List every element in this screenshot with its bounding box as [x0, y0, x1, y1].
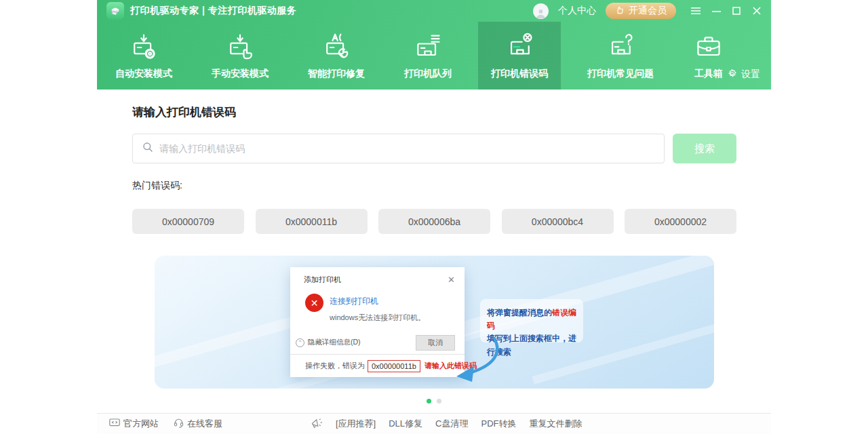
online-support-link[interactable]: 在线客服 — [174, 418, 222, 430]
sample-error-dialog: 添加打印机 ✕ ✕ 连接到打印机 windows无法连接到打印机。 ⌃ 隐藏详细… — [290, 267, 465, 377]
tab-label: 打印机常见问题 — [587, 68, 654, 80]
gear-icon — [727, 68, 737, 81]
failure-text: 操作失败，错误为 — [305, 361, 365, 371]
vip-button-label: 开通会员 — [629, 5, 667, 17]
hot-codes-label: 热门错误码: — [132, 180, 182, 192]
footer-link-label: 在线客服 — [187, 418, 222, 430]
tab-printer-error-codes[interactable]: 打印机错误码 — [478, 22, 561, 90]
tab-label: 手动安装模式 — [212, 68, 269, 80]
settings-button[interactable]: 设置 — [727, 68, 760, 81]
tab-manual-install[interactable]: 手动安装模式 — [199, 22, 281, 90]
search-input[interactable] — [159, 143, 654, 154]
hot-code-button[interactable]: 0x00000709 — [132, 209, 244, 234]
footer: 官方网站 在线客服 [应用推荐] DLL修复 C盘清理 PDF转换 重复文件删除 — [97, 413, 771, 434]
app-logo-icon — [106, 2, 124, 20]
dialog-title: 添加打印机 — [304, 275, 341, 285]
promo-link-cdrive-clean[interactable]: C盘清理 — [435, 418, 468, 430]
tab-printer-queue[interactable]: 打印机队列 — [391, 22, 465, 90]
printer-ai-wrench-icon — [321, 32, 352, 63]
page-title: 请输入打印机错误码 — [132, 104, 236, 120]
hot-code-button[interactable]: 0x0000011b — [256, 209, 368, 234]
official-website-link[interactable]: 官方网站 — [109, 418, 159, 430]
curved-arrow-icon — [451, 336, 508, 384]
toolbox-icon — [693, 32, 724, 63]
main-nav: 自动安装模式 手动安装模式 智能打印修复 打印机队列 — [97, 22, 771, 90]
callout-line1: 将弹窗提醒消息的 — [487, 308, 552, 317]
dialog-close-icon: ✕ — [448, 275, 455, 284]
thumb-up-icon — [615, 5, 625, 17]
hot-code-button[interactable]: 0x00000bc4 — [502, 209, 614, 234]
promo-link-app-recommend[interactable]: [应用推荐] — [336, 418, 376, 430]
app-window: 打印机驱动专家 | 专注打印机驱动服务 个人中心 开通会员 — [97, 0, 771, 434]
settings-label: 设置 — [741, 68, 760, 81]
dialog-error-message: windows无法连接到打印机。 — [330, 313, 425, 323]
dialog-error-title: 连接到打印机 — [330, 296, 425, 307]
footer-link-label: 官方网站 — [123, 418, 159, 430]
tab-label: 打印机错误码 — [491, 68, 548, 80]
carousel-dots — [97, 399, 771, 403]
chevron-up-icon: ⌃ — [296, 338, 304, 347]
tab-label: 智能打印修复 — [308, 68, 365, 80]
tab-smart-repair[interactable]: 智能打印修复 — [295, 22, 378, 90]
header: 打印机驱动专家 | 专注打印机驱动服务 个人中心 开通会员 — [97, 0, 771, 90]
promo-link-pdf-convert[interactable]: PDF转换 — [481, 418, 516, 430]
printer-download-hand-icon — [224, 32, 256, 63]
highlighted-error-code: 0x00000011b — [368, 360, 420, 372]
app-title: 打印机驱动专家 | 专注打印机驱动服务 — [130, 5, 296, 17]
website-icon — [109, 418, 120, 430]
printer-error-icon — [504, 32, 535, 63]
cancel-button: 取消 — [416, 335, 455, 351]
hide-details-label: 隐藏详细信息(D) — [308, 338, 361, 347]
error-x-icon: ✕ — [305, 294, 323, 312]
tab-label: 打印机队列 — [404, 68, 452, 80]
search-icon — [142, 142, 153, 155]
hot-codes-row: 0x00000709 0x0000011b 0x000006ba 0x00000… — [132, 209, 736, 234]
printer-question-icon — [605, 32, 636, 63]
user-center-link[interactable]: 个人中心 — [558, 5, 596, 17]
open-vip-button[interactable]: 开通会员 — [606, 3, 676, 19]
tab-auto-install[interactable]: 自动安装模式 — [102, 22, 185, 90]
megaphone-icon — [311, 418, 323, 431]
printer-queue-icon — [412, 32, 443, 63]
avatar[interactable] — [533, 3, 549, 19]
tab-printer-faq[interactable]: 打印机常见问题 — [574, 22, 667, 90]
menu-icon[interactable] — [691, 6, 701, 16]
carousel-dot[interactable] — [437, 399, 441, 403]
tab-label: 自动安装模式 — [115, 68, 172, 80]
promo-link-dll-repair[interactable]: DLL修复 — [389, 418, 422, 430]
maximize-button[interactable] — [732, 6, 741, 16]
help-illustration-panel: 添加打印机 ✕ ✕ 连接到打印机 windows无法连接到打印机。 ⌃ 隐藏详细… — [155, 256, 714, 389]
tab-label: 工具箱 — [694, 68, 723, 80]
hot-code-button[interactable]: 0x00000002 — [625, 209, 736, 234]
hot-code-button[interactable]: 0x000006ba — [378, 209, 490, 234]
main-content: 请输入打印机错误码 搜索 热门错误码: 0x00000709 0x0000011… — [97, 90, 771, 413]
error-code-search-box[interactable] — [132, 134, 665, 163]
promo-link-duplicate-delete[interactable]: 重复文件删除 — [529, 418, 582, 430]
search-button[interactable]: 搜索 — [673, 134, 736, 163]
titlebar: 打印机驱动专家 | 专注打印机驱动服务 个人中心 开通会员 — [97, 0, 771, 22]
carousel-dot-active[interactable] — [427, 399, 431, 403]
close-button[interactable] — [752, 6, 762, 16]
minimize-button[interactable] — [711, 6, 721, 16]
printer-download-gear-icon — [128, 32, 159, 63]
support-headset-icon — [174, 418, 184, 430]
